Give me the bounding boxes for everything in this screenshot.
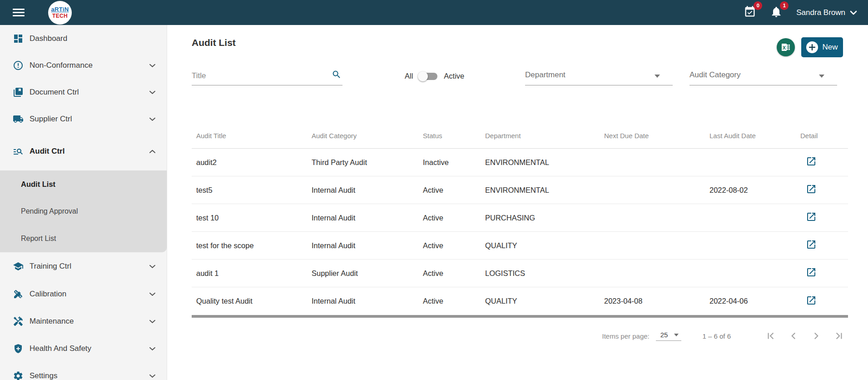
paginator: Items per page: 25 1 – 6 of 6 [192,325,848,347]
chevron-down-icon [149,292,156,296]
export-excel-button[interactable]: X [777,38,795,56]
audit-ctrl-submenu: Audit List Pending Approval Report List [0,170,167,252]
cell-audit-title: Quality test Audit [192,297,307,305]
toggle-label-active: Active [444,72,464,80]
table-row: test for the scope Internal Audit Active… [192,232,848,260]
excel-icon: X [780,42,791,53]
table-row: test5 Internal Audit Active ENVIRONMENTA… [192,176,848,204]
new-button-label: New [822,43,838,52]
audit-category-select[interactable]: Audit Category [689,64,837,85]
horizontal-scrollbar[interactable] [192,315,848,318]
sidebar-item-non-conformance[interactable]: Non-Conformance [0,52,167,79]
sidebar-item-label: Audit Ctrl [30,147,64,156]
calibration-tools-icon [13,289,24,300]
sidebar-item-label: Calibration [30,290,66,299]
table-body: audit2 Third Party Audit Inactive ENVIRO… [192,149,848,315]
audit-table: Audit Title Audit Category Status Depart… [192,123,848,318]
active-toggle-switch[interactable] [419,73,437,80]
items-per-page-select[interactable]: 25 [656,331,682,341]
cell-status: Active [418,297,481,305]
company-logo: aRTiN TECH [48,1,72,25]
submenu-item-label: Pending Approval [21,207,78,215]
items-per-page-label: Items per page: [602,332,650,340]
sidebar-subitem-report-list[interactable]: Report List [0,225,167,252]
sidebar-item-calibration[interactable]: Calibration [0,280,167,308]
cell-audit-title: test 10 [192,214,307,222]
menu-hamburger-icon[interactable] [13,7,25,18]
chevron-down-icon [149,374,156,378]
sidebar-item-settings[interactable]: Settings [0,362,167,380]
column-header-status: Status [418,132,481,140]
open-detail-button[interactable] [806,156,817,167]
open-detail-button[interactable] [806,184,817,195]
calendar-button[interactable]: 0 [744,5,756,20]
sidebar-subitem-audit-list[interactable]: Audit List [0,170,167,198]
department-select-label: Department [525,70,565,85]
truck-icon [13,114,24,125]
chevron-down-icon [149,265,156,269]
dashboard-icon [13,33,24,44]
cell-department: ENVIRONMENTAL [481,158,600,167]
column-header-department: Department [481,132,600,140]
chevron-left-icon [788,330,799,342]
sidebar-item-maintenance[interactable]: Maintenance [0,308,167,335]
sidebar-item-training-ctrl[interactable]: Training Ctrl [0,252,167,280]
submenu-item-label: Audit List [21,180,55,189]
open-detail-button[interactable] [806,267,817,278]
sidebar-subitem-pending-approval[interactable]: Pending Approval [0,198,167,225]
cell-department: QUALITY [481,297,600,305]
column-header-audit-title: Audit Title [192,132,307,140]
search-icon[interactable] [332,70,342,81]
cell-audit-title: audit2 [192,158,307,167]
book-icon [13,87,24,98]
page-range-label: 1 – 6 of 6 [702,332,731,340]
next-page-button[interactable] [807,327,825,345]
chevron-down-icon [149,63,156,67]
table-row: test 10 Internal Audit Active PURCHASING [192,204,848,232]
new-audit-button[interactable]: New [801,37,843,57]
department-select[interactable]: Department [525,64,673,85]
submenu-item-label: Report List [21,235,56,243]
open-in-new-icon [806,156,817,167]
cell-audit-category: Internal Audit [307,186,418,195]
notifications-button[interactable]: 1 [770,5,783,20]
table-row: audit2 Third Party Audit Inactive ENVIRO… [192,149,848,176]
table-header-row: Audit Title Audit Category Status Depart… [192,123,848,149]
cell-audit-title: test5 [192,186,307,195]
first-page-button[interactable] [762,327,780,345]
toggle-label-all: All [405,72,413,80]
sidebar-item-audit-ctrl[interactable]: Audit Ctrl [0,132,167,170]
title-search-input[interactable] [192,71,323,85]
user-name: Sandra Brown [796,8,845,17]
open-detail-button[interactable] [806,211,817,222]
toggle-thumb[interactable] [418,71,428,81]
title-search-field [192,64,342,85]
sidebar-item-label: Maintenance [30,317,74,326]
open-in-new-icon [806,267,817,278]
user-menu[interactable]: Sandra Brown [796,8,857,17]
open-detail-button[interactable] [806,295,817,306]
page-title: Audit List [192,37,236,48]
last-page-button[interactable] [830,327,848,345]
bell-icon [770,12,783,20]
sidebar-item-label: Supplier Ctrl [30,115,72,124]
chevron-down-icon [149,347,156,351]
sidebar-item-label: Training Ctrl [30,262,71,271]
cell-audit-title: test for the scope [192,241,307,250]
shield-plus-icon [13,343,24,354]
cell-audit-category: Third Party Audit [307,158,418,167]
sidebar-item-document-ctrl[interactable]: Document Ctrl [0,79,167,105]
cell-department: PURCHASING [481,214,600,222]
column-header-last-audit-date: Last Audit Date [705,132,796,140]
sidebar-item-dashboard[interactable]: Dashboard [0,25,167,52]
open-detail-button[interactable] [806,239,817,250]
sidebar-item-label: Health And Safety [30,344,91,353]
cell-status: Inactive [418,158,481,167]
main-content: Audit List X New All Active Department A [168,25,868,380]
sidebar-item-supplier-ctrl[interactable]: Supplier Ctrl [0,105,167,132]
column-header-audit-category: Audit Category [307,132,418,140]
sidebar-item-health-and-safety[interactable]: Health And Safety [0,335,167,362]
previous-page-button[interactable] [784,327,803,345]
table-row: Quality test Audit Internal Audit Active… [192,287,848,315]
svg-text:X: X [783,45,786,50]
